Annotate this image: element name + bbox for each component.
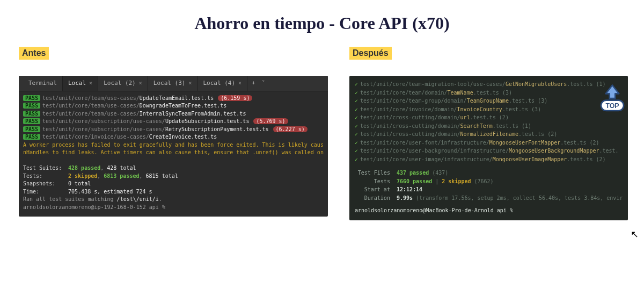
summary-tests: Tests 7660 passed | 2 skipped (7662) xyxy=(355,177,623,186)
shell-prompt[interactable]: arnoldsolorzanomoreno@ip-192-168-0-152 a… xyxy=(23,204,165,210)
column-after: Después ✓test/unit/core/team-migration-t… xyxy=(349,47,628,220)
summary-files: Test Files 437 passed (437) xyxy=(355,169,623,177)
ran-line: Ran all test suites matching /test\/unit… xyxy=(23,196,162,202)
tab-local-2[interactable]: Local (2) × xyxy=(98,76,148,91)
test-line: ✓test/unit/cross-cutting/domain/Normaliz… xyxy=(355,130,623,139)
checkmark-icon: ✓ xyxy=(355,131,358,137)
terminal-output: PASStest/unit/core/team/use-cases/Update… xyxy=(19,91,328,217)
checkmark-icon: ✓ xyxy=(355,123,358,129)
tab-label: Local (2) xyxy=(104,79,136,88)
test-line: PASStest/unit/core/team/use-cases/Intern… xyxy=(23,110,324,118)
shell-prompt[interactable]: arnoldsolorzanomoreno@MacBook-Pro-de-Arn… xyxy=(355,206,623,215)
test-line: ✓test/unit/core/user-background/infrastr… xyxy=(355,147,623,155)
column-before: Antes Terminal Local × Local (2) × Local… xyxy=(19,47,328,220)
tab-label: Local (3) xyxy=(153,79,186,88)
tab-label: Local (4) xyxy=(203,79,235,88)
checkmark-icon: ✓ xyxy=(355,114,358,120)
summary-duration: Duration 9.99s (transform 17.56s, setup … xyxy=(355,194,623,203)
tab-dropdown-icon[interactable]: ˅ xyxy=(260,79,267,88)
top-badge-text: TOP xyxy=(605,102,619,110)
test-line: PASStest/unit/core/subscription/use-case… xyxy=(23,126,324,134)
terminal-after: ✓test/unit/core/team-migration-tool/use-… xyxy=(349,76,628,220)
checkmark-icon: ✓ xyxy=(355,156,358,162)
test-line: ✓test/unit/core/team-group/domain/TeamGr… xyxy=(355,97,623,105)
pass-badge: PASS xyxy=(23,103,40,109)
summary-tests: Tests: 2 skipped, 6813 passed, 6815 tota… xyxy=(23,172,324,181)
pass-badge: PASS xyxy=(23,126,40,132)
warning-line: A worker process has failed to exit grac… xyxy=(23,141,324,149)
warning-line: nHandles to find leaks. Active timers ca… xyxy=(23,149,324,157)
label-antes: Antes xyxy=(19,47,49,60)
test-line: ✓test/unit/core/user-font/infrastructure… xyxy=(355,139,623,147)
test-line: PASStest/unit/core/team/use-cases/Downgr… xyxy=(23,102,324,110)
tab-label: Terminal xyxy=(28,79,57,88)
test-line: PASStest/unit/core/invoice/use-cases/Cre… xyxy=(23,133,324,141)
test-line: ✓test/unit/cross-cutting/domain/SearchTe… xyxy=(355,122,623,131)
checkmark-icon: ✓ xyxy=(355,98,358,104)
tab-local-3[interactable]: Local (3) × xyxy=(148,76,198,91)
tab-local[interactable]: Local × xyxy=(63,76,98,91)
tab-label: Local xyxy=(68,79,86,88)
pass-badge: PASS xyxy=(23,134,40,140)
cursor-icon: ↖ xyxy=(631,228,639,240)
close-icon[interactable]: × xyxy=(238,80,241,88)
close-icon[interactable]: × xyxy=(89,80,92,88)
slide-title: Ahorro en tiempo - Core API (x70) xyxy=(0,13,644,33)
summary-start: Start at 12:12:14 xyxy=(355,185,623,194)
terminal-tabbar: Terminal Local × Local (2) × Local (3) ×… xyxy=(19,76,328,91)
top-badge[interactable]: TOP xyxy=(598,83,627,114)
test-line: ✓test/unit/core/invoice/domain/InvoiceCo… xyxy=(355,105,623,114)
content-row: Antes Terminal Local × Local (2) × Local… xyxy=(0,47,644,220)
checkmark-icon: ✓ xyxy=(355,81,358,87)
checkmark-icon: ✓ xyxy=(355,90,358,96)
close-icon[interactable]: × xyxy=(139,80,142,88)
summary-time: Time: 705.438 s, estimated 724 s xyxy=(23,188,324,196)
test-line: PASStest/unit/core/subscription/use-case… xyxy=(23,118,324,126)
label-despues: Después xyxy=(349,47,392,60)
pass-badge: PASS xyxy=(23,95,40,101)
tab-local-4[interactable]: Local (4) × xyxy=(197,76,247,91)
test-line: ✓test/unit/core/team/domain/TeamName.tes… xyxy=(355,89,623,97)
tab-terminal[interactable]: Terminal xyxy=(23,76,63,91)
checkmark-icon: ✓ xyxy=(355,106,358,112)
checkmark-icon: ✓ xyxy=(355,148,358,154)
summary-snapshots: Snapshots: 0 total xyxy=(23,180,324,188)
test-line: ✓test/unit/cross-cutting/domain/url.test… xyxy=(355,113,623,122)
close-icon[interactable]: × xyxy=(188,80,192,88)
add-tab-button[interactable]: + xyxy=(247,79,260,88)
summary-suites: Test Suites: 428 passed, 428 total xyxy=(23,164,324,172)
test-line: ✓test/unit/core/team-migration-tool/use-… xyxy=(355,80,623,89)
terminal-before: Terminal Local × Local (2) × Local (3) ×… xyxy=(19,76,328,217)
checkmark-icon: ✓ xyxy=(355,140,358,146)
test-line: ✓test/unit/core/user-image/infrastructur… xyxy=(355,155,623,164)
pass-badge: PASS xyxy=(23,118,40,124)
pass-badge: PASS xyxy=(23,111,40,117)
test-line: PASStest/unit/core/team/use-cases/Update… xyxy=(23,95,324,103)
